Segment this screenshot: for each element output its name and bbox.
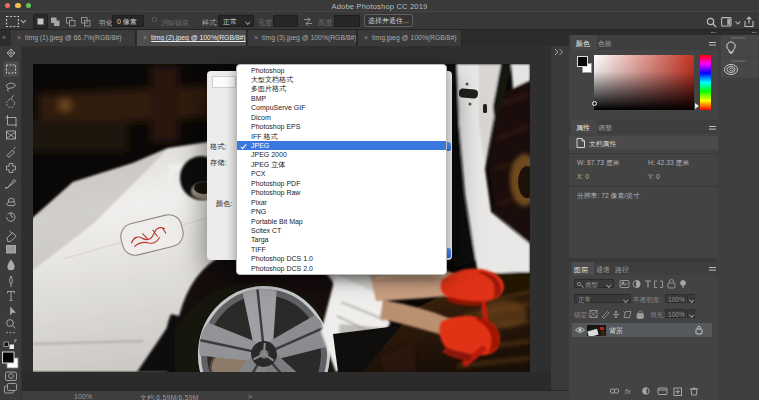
svg-text:fx: fx [625, 388, 631, 395]
